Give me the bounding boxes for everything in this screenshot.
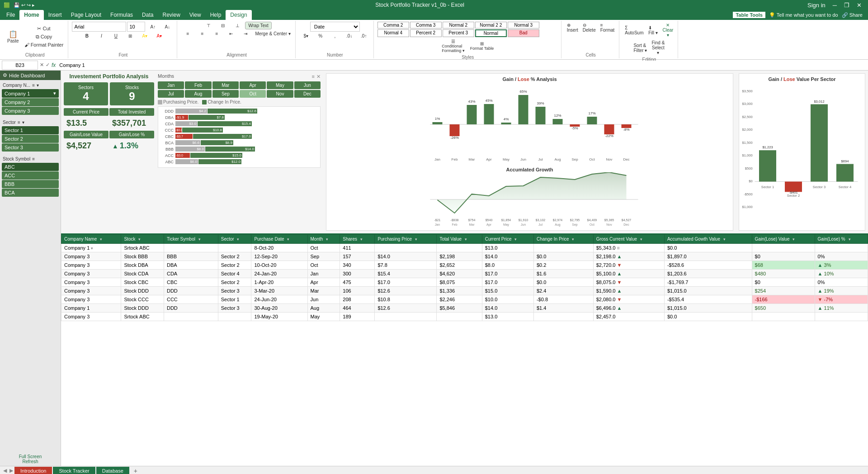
month-oct[interactable]: Oct bbox=[240, 90, 266, 98]
full-screen-button[interactable]: Full Screen bbox=[2, 454, 59, 459]
percent2-style[interactable]: Percent 2 bbox=[410, 29, 442, 37]
fill-color-button[interactable]: A▾ bbox=[138, 33, 151, 39]
share-button[interactable]: 🔗 Share bbox=[842, 12, 863, 18]
formula-input[interactable] bbox=[57, 61, 866, 70]
increase-decimal-button[interactable]: .0↑ bbox=[357, 33, 371, 39]
restore-button[interactable]: ❐ bbox=[841, 2, 852, 9]
abc-item[interactable]: ABC bbox=[2, 163, 59, 171]
tab-help[interactable]: Help bbox=[206, 10, 226, 20]
percent3-style[interactable]: Percent 3 bbox=[443, 29, 474, 37]
month-nov[interactable]: Nov bbox=[267, 90, 293, 98]
autosum-button[interactable]: ΣAutoSum bbox=[623, 24, 645, 36]
add-sheet-button[interactable]: + bbox=[130, 466, 141, 474]
copy-button[interactable]: ⧉ Copy bbox=[23, 33, 66, 41]
wrap-text-button[interactable]: Wrap Text bbox=[245, 22, 272, 29]
gain-lose-val-filter-icon[interactable]: ▾ bbox=[793, 237, 795, 242]
align-top-button[interactable]: ⊤ bbox=[202, 22, 215, 29]
format-cells-button[interactable]: ≡Format bbox=[599, 22, 617, 33]
shares-filter-icon[interactable]: ▾ bbox=[360, 237, 363, 242]
stock-list-icon[interactable]: ≡ bbox=[32, 156, 35, 161]
sector-filter-icon[interactable]: ▾ bbox=[237, 237, 239, 242]
bbb-item[interactable]: BBB bbox=[2, 180, 59, 188]
close-button[interactable]: ✕ bbox=[854, 2, 864, 9]
decrease-indent-button[interactable]: ⇤ bbox=[224, 30, 238, 37]
date-filter-icon[interactable]: ▾ bbox=[287, 237, 289, 242]
tab-data[interactable]: Data bbox=[137, 10, 158, 20]
percent-button[interactable]: % bbox=[314, 33, 327, 39]
month-filter-icon[interactable]: ▾ bbox=[326, 237, 328, 242]
month-may[interactable]: May bbox=[267, 81, 293, 89]
format-painter-button[interactable]: 🖌 Format Painter bbox=[23, 41, 66, 48]
sector-list-icon[interactable]: ≡ bbox=[18, 120, 20, 125]
font-name-input[interactable] bbox=[72, 22, 126, 32]
align-middle-button[interactable]: ⊟ bbox=[216, 22, 230, 29]
tab-insert[interactable]: Insert bbox=[44, 10, 66, 20]
tab-review[interactable]: Review bbox=[158, 10, 184, 20]
refresh-button[interactable]: Refresh bbox=[2, 459, 59, 464]
font-color-button[interactable]: A▾ bbox=[152, 33, 166, 39]
stock-filter-icon[interactable]: ▾ bbox=[138, 237, 141, 242]
ticker-filter-icon[interactable]: ▾ bbox=[198, 237, 201, 242]
total-val-filter-icon[interactable]: ▾ bbox=[465, 237, 467, 242]
scroll-left-icon[interactable]: ◀ bbox=[2, 468, 8, 474]
company-filter-icon[interactable]: ▾ bbox=[100, 237, 102, 242]
sector-1-item[interactable]: Sector 1 bbox=[2, 126, 59, 134]
bca-item[interactable]: BCA bbox=[2, 189, 59, 197]
database-tab[interactable]: Database bbox=[96, 467, 129, 474]
confirm-formula-icon[interactable]: ✓ bbox=[46, 62, 50, 68]
month-jan[interactable]: Jan bbox=[158, 81, 184, 89]
border-button[interactable]: ⊞ bbox=[123, 33, 137, 39]
sector-2-item[interactable]: Sector 2 bbox=[2, 135, 59, 143]
bold-button[interactable]: B bbox=[80, 33, 94, 39]
currency-button[interactable]: $▾ bbox=[299, 33, 313, 39]
month-jul[interactable]: Jul bbox=[158, 90, 184, 98]
merge-center-button[interactable]: Merge & Center ▾ bbox=[253, 30, 292, 37]
increase-font-button[interactable]: A↑ bbox=[146, 24, 160, 30]
month-sep[interactable]: Sep bbox=[212, 90, 239, 98]
normal-style[interactable]: Normal bbox=[475, 29, 507, 37]
company-1-expand[interactable]: ▾ bbox=[53, 90, 56, 96]
italic-button[interactable]: I bbox=[94, 33, 108, 39]
normal4-style[interactable]: Normal 4 bbox=[377, 29, 409, 37]
company-1-item[interactable]: Company 1 ▾ bbox=[2, 89, 59, 98]
scroll-right-icon[interactable]: ▶ bbox=[8, 468, 14, 474]
tell-me-box[interactable]: 💡 Tell me what you want to do bbox=[769, 12, 838, 18]
gain-lose-pct-filter-icon[interactable]: ▾ bbox=[849, 237, 851, 242]
font-size-input[interactable] bbox=[127, 22, 145, 32]
hide-dashboard-button[interactable]: ⚙ Hide Dashboard bbox=[0, 71, 61, 80]
minimize-button[interactable]: ─ bbox=[830, 2, 840, 9]
months-list-icon[interactable]: ≡ bbox=[312, 74, 315, 80]
company-list-icon[interactable]: ≡ bbox=[32, 83, 35, 88]
company-3-item[interactable]: Company 3 bbox=[2, 107, 59, 115]
normal2-style[interactable]: Normal 2 bbox=[443, 22, 474, 28]
align-left-button[interactable]: ≡ bbox=[181, 30, 194, 37]
change-price-filter-icon[interactable]: ▾ bbox=[572, 237, 574, 242]
cut-button[interactable]: ✂ Cut bbox=[23, 25, 66, 33]
decrease-decimal-button[interactable]: .0↓ bbox=[343, 33, 356, 39]
sector-3-item[interactable]: Sector 3 bbox=[2, 143, 59, 152]
intro-tab[interactable]: Introduction bbox=[14, 467, 52, 474]
normal22-style[interactable]: Normal 2 2 bbox=[475, 22, 507, 28]
tracker-tab[interactable]: Stock Tracker bbox=[53, 467, 95, 474]
tab-file[interactable]: File bbox=[2, 10, 19, 20]
tab-view[interactable]: View bbox=[185, 10, 206, 20]
months-close-icon[interactable]: ✕ bbox=[316, 74, 321, 80]
sector-filter-icon[interactable]: ▾ bbox=[22, 120, 24, 125]
month-jun[interactable]: Jun bbox=[294, 81, 321, 89]
comma3-style[interactable]: Comma 3 bbox=[410, 22, 442, 28]
conditional-formatting-button[interactable]: ☰ConditionalFormatting ▾ bbox=[440, 38, 467, 54]
cancel-formula-icon[interactable]: ✕ bbox=[40, 62, 44, 68]
fill-button[interactable]: ⬇Fill ▾ bbox=[646, 24, 660, 36]
number-format-select[interactable]: DateGeneralNumberCurrency bbox=[310, 22, 360, 32]
insert-cells-button[interactable]: ⊕Insert bbox=[565, 22, 580, 33]
month-aug[interactable]: Aug bbox=[185, 90, 211, 98]
normal3-style[interactable]: Normal 3 bbox=[508, 22, 539, 28]
find-select-button[interactable]: Find &Select ▾ bbox=[650, 39, 666, 56]
gross-curr-filter-icon[interactable]: ▾ bbox=[640, 237, 642, 242]
acc-item[interactable]: ACC bbox=[2, 171, 59, 180]
paste-button[interactable]: 📋 Paste bbox=[5, 22, 22, 52]
align-right-button[interactable]: ≡ bbox=[210, 30, 223, 37]
comma2-style[interactable]: Comma 2 bbox=[377, 22, 409, 28]
tab-home[interactable]: Home bbox=[19, 10, 43, 20]
tab-design[interactable]: Design bbox=[226, 10, 251, 20]
